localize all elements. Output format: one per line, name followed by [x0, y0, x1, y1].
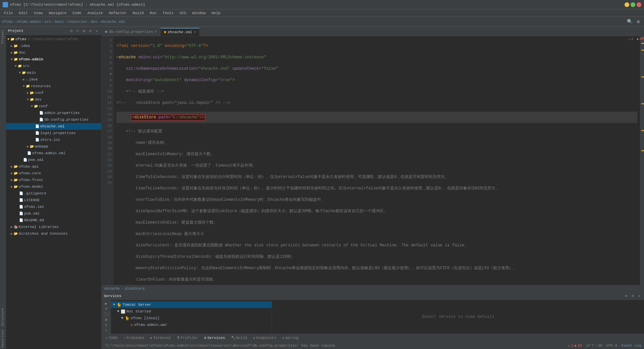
tree-item-db-config[interactable]: 📄 db-config.properties: [6, 116, 101, 123]
tree-item-conf[interactable]: ▶ 📂 conf: [6, 90, 101, 96]
tree-item-ofcms-admin[interactable]: ▼ 📁 ofcms-admin: [6, 56, 101, 63]
tree-item-readme[interactable]: 📄 README.md: [6, 217, 101, 224]
close-panel-icon[interactable]: ✕: [94, 28, 99, 34]
tree-item-doc[interactable]: ▶ 📂 doc: [6, 49, 101, 56]
tree-item-gitignore[interactable]: 📄 .gitignore: [6, 190, 101, 197]
svc-debug-button[interactable]: ≡: [103, 307, 109, 311]
tab-problems[interactable]: ⚠ Problems: [121, 335, 147, 341]
menu-navigate[interactable]: Navigate: [46, 10, 69, 16]
menu-run[interactable]: Run: [147, 10, 159, 16]
menu-vcs[interactable]: VCS: [177, 10, 189, 16]
tree-item-pom-root[interactable]: 📄 pom.xml: [6, 210, 101, 217]
breadcrumb-ofcms-admin[interactable]: ofcms-admin: [17, 20, 41, 24]
breadcrumb-main[interactable]: main: [55, 20, 63, 24]
close-button[interactable]: [637, 2, 641, 7]
breadcrumb-resources[interactable]: resources: [67, 20, 87, 24]
breadcrumb-ofcms[interactable]: ofcms: [2, 20, 13, 24]
settings-button[interactable]: ⚙: [635, 18, 642, 25]
services-settings-icon[interactable]: ⚙: [623, 293, 629, 299]
tree-item-webapp[interactable]: ▶ 📂 webapp: [6, 143, 101, 150]
svc-add-button[interactable]: +: [103, 328, 109, 333]
tree-item-ofcms-front[interactable]: ▶ 📂 ofcms-front: [6, 177, 101, 183]
tab-services[interactable]: ⚙ Services: [202, 335, 228, 341]
tree-item-log4j[interactable]: 📄 log4j.properties: [6, 130, 101, 136]
status-event-log[interactable]: Event Log: [622, 344, 641, 348]
tree-item-ehcache-xml[interactable]: 📄 ehcache.xml: [6, 123, 101, 130]
tab-todo-label: TODO: [109, 336, 117, 340]
breadcrumb-src[interactable]: src: [45, 20, 51, 24]
tab-spring[interactable]: ❋ Spring: [279, 335, 301, 341]
search-everywhere-button[interactable]: 🔍: [626, 18, 633, 25]
menu-window[interactable]: Window: [190, 10, 208, 16]
tab-profiler[interactable]: ⧗ Profiler: [174, 335, 201, 341]
tab-build[interactable]: 🔨 Build: [228, 335, 250, 341]
breadcrumb-dev[interactable]: dev: [91, 20, 97, 24]
tab-close-db-config[interactable]: ×: [155, 30, 157, 34]
menu-refactor[interactable]: Refactor: [106, 10, 129, 16]
tab-close-ehcache[interactable]: ×: [194, 31, 196, 34]
tree-item-admin-properties[interactable]: 📄 admin.properties: [6, 110, 101, 116]
project-panel-title: Project: [8, 29, 23, 33]
vertical-tab-structure[interactable]: Structure: [0, 307, 5, 328]
tree-item-main[interactable]: ▼ 📁 main: [6, 69, 101, 76]
build-icon: 🔨: [231, 336, 235, 340]
menu-build[interactable]: Build: [130, 10, 146, 16]
tree-item-ofcms-iml[interactable]: 📄 ofcms.iml: [6, 203, 101, 210]
minimize-button[interactable]: [625, 2, 629, 7]
menu-help[interactable]: Help: [209, 10, 223, 16]
tab-terminal[interactable]: ▶ Terminal: [148, 335, 174, 341]
svc-group-button[interactable]: ⊞: [103, 317, 109, 322]
maximize-button[interactable]: [631, 2, 635, 7]
tree-item-root[interactable]: ▼ 📁 ofcms C:\Tools\enviroment\ofcms: [6, 36, 101, 43]
breadcrumb-ehcache[interactable]: ehcache.xml: [101, 20, 125, 24]
menu-view[interactable]: View: [31, 10, 45, 16]
tab-db-config[interactable]: ■ db-config.properties ×: [102, 28, 161, 36]
tab-endpoints[interactable]: ◈ Endpoints: [251, 335, 279, 341]
warning-marker-2: [641, 50, 644, 51]
menu-file[interactable]: File: [1, 10, 15, 16]
tree-item-ofcms-api[interactable]: ▶ 📂 ofcms-api: [6, 163, 101, 170]
tree-item-src[interactable]: ▼ 📁 src: [6, 63, 101, 69]
svc-stop-button[interactable]: ⬛: [103, 312, 109, 316]
tree-item-license[interactable]: 📄 LICENSE: [6, 197, 101, 203]
tab-ehcache[interactable]: ■ ehcache.xml ×: [161, 28, 200, 36]
tab-todo[interactable]: ☑ TODO: [103, 335, 120, 341]
tree-item-dev-conf[interactable]: ▼ 📁 conf: [6, 103, 101, 110]
tree-item-ofcms-model[interactable]: ▶ 📂 ofcms-model: [6, 183, 101, 190]
tree-item-ofcms-admin-xml[interactable]: 📄 ofcms-admin.xml: [6, 150, 101, 157]
tree-item-resources[interactable]: ▼ 📁 resources: [6, 83, 101, 90]
tree-item-scratches[interactable]: ▶ 📂 Scratches and Consoles: [6, 230, 101, 237]
vertical-tab-favorites[interactable]: Favorites: [0, 328, 5, 349]
svc-filter-button[interactable]: ▽: [103, 323, 109, 327]
gear-icon[interactable]: ⚙: [88, 28, 93, 34]
status-encoding[interactable]: UTF-8: [606, 344, 618, 348]
expand-icon[interactable]: ⊞: [81, 28, 87, 34]
sync-icon[interactable]: ⟳: [68, 28, 74, 34]
breadcrumb-ehcache-node[interactable]: ehcache: [104, 287, 120, 291]
tree-item-shiro[interactable]: 📄 shiro.ini: [6, 136, 101, 143]
tree-item-ofcms-core[interactable]: ▶ 📂 ofcms-core: [6, 170, 101, 177]
vertical-tab-project[interactable]: Project: [0, 28, 5, 45]
svc-row-ofcms-local[interactable]: ▼ 🐈 ofcms [local]: [111, 315, 272, 322]
menu-code[interactable]: Code: [70, 10, 84, 16]
sort-icon[interactable]: ≡: [75, 28, 80, 34]
menu-tools[interactable]: Tools: [160, 10, 176, 16]
status-line-col[interactable]: LF 7:35: [586, 344, 602, 348]
status-errors[interactable]: ⚠ 1 ▲ 15: [568, 343, 582, 348]
tree-item-dev[interactable]: ▼ 📁 dev: [6, 96, 101, 103]
svc-run-button[interactable]: ▶: [103, 301, 109, 306]
svc-row-ofcms-admin-war[interactable]: ⚙ ofcms-admin.war: [111, 322, 272, 328]
services-close-icon[interactable]: ✕: [637, 293, 642, 299]
window-controls: [625, 2, 641, 7]
menu-analyze[interactable]: Analyze: [85, 10, 105, 16]
breadcrumb-diskstore-node[interactable]: diskStore: [125, 287, 145, 291]
tree-item-external-libraries[interactable]: ▶ 📚 External Libraries: [6, 224, 101, 230]
tree-item-pom-main[interactable]: 📄 pom.xml: [6, 157, 101, 163]
tree-item-java[interactable]: ▶ ☕ java: [6, 76, 101, 83]
menu-edit[interactable]: Edit: [16, 10, 30, 16]
services-config-icon[interactable]: ⚙: [630, 293, 635, 299]
code-content[interactable]: <?xml version="1.0" encoding="UTF-8"?> <…: [114, 36, 640, 285]
svc-row-not-started[interactable]: ▼ ⬜ Not Started: [111, 308, 272, 315]
svc-row-tomcat[interactable]: ▼ 🐈 Tomcat Server: [111, 301, 272, 308]
tree-item-idea[interactable]: ▶ 📂 .idea: [6, 43, 101, 49]
